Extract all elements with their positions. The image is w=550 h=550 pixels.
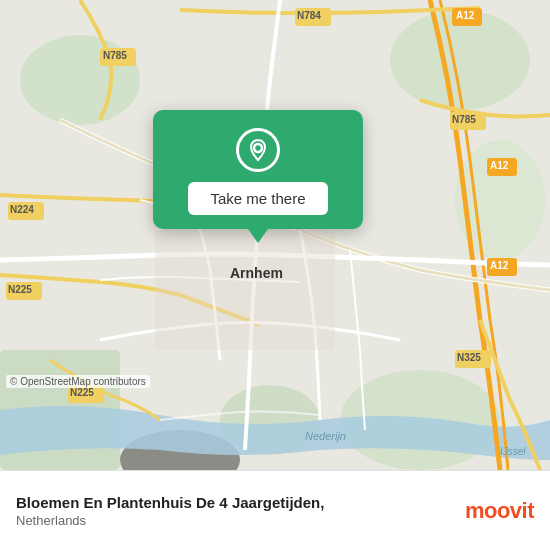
svg-point-22 <box>254 144 262 152</box>
svg-text:Arnhem: Arnhem <box>230 265 283 281</box>
moovit-logo-text: moovit <box>465 498 534 524</box>
road-label-n785-left: N785 <box>103 50 127 61</box>
road-label-n325: N325 <box>457 352 481 363</box>
road-label-a12-mid: A12 <box>490 160 508 171</box>
take-me-there-button[interactable]: Take me there <box>188 182 327 215</box>
place-name: Bloemen En Plantenhuis De 4 Jaargetijden… <box>16 493 324 513</box>
osm-attribution: © OpenStreetMap contributors <box>6 375 150 388</box>
map-view: Arnhem Nederijn IJssel N784 A12 N785 N78… <box>0 0 550 470</box>
road-label-a12-top: A12 <box>456 10 474 21</box>
moovit-logo: moovit <box>465 498 534 524</box>
info-bar: Bloemen En Plantenhuis De 4 Jaargetijden… <box>0 470 550 550</box>
location-popup: Take me there <box>153 110 363 229</box>
location-pin-icon <box>236 128 280 172</box>
road-label-n784: N784 <box>297 10 321 21</box>
road-label-a12-lower: A12 <box>490 260 508 271</box>
road-label-n224: N224 <box>10 204 34 215</box>
svg-rect-8 <box>155 230 335 350</box>
place-country: Netherlands <box>16 513 324 528</box>
location-info: Bloemen En Plantenhuis De 4 Jaargetijden… <box>16 493 324 528</box>
road-label-n225-bottom: N225 <box>70 387 94 398</box>
road-label-n225-left: N225 <box>8 284 32 295</box>
svg-text:IJssel: IJssel <box>500 446 526 457</box>
road-label-n785-right: N785 <box>452 114 476 125</box>
svg-text:Nederijn: Nederijn <box>305 430 346 442</box>
